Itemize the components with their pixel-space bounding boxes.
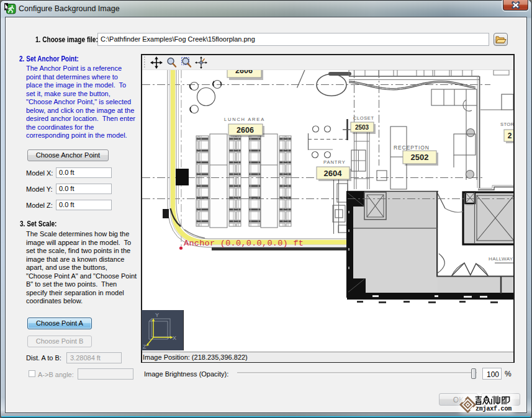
svg-text:2502: 2502 [411,153,429,162]
svg-text:PANTRY: PANTRY [323,159,346,165]
svg-text:2503: 2503 [355,124,369,131]
svg-text:2604: 2604 [324,169,343,178]
svg-text:2: 2 [508,131,512,140]
svg-text:HALLWAY: HALLWAY [489,256,513,262]
svg-text:2606: 2606 [235,70,253,75]
svg-text:Z: Z [143,344,147,350]
svg-text:STOR: STOR [500,122,513,127]
svg-text:RECEPTION: RECEPTION [394,145,430,151]
svg-text:CLOSET: CLOSET [353,115,374,121]
svg-text:Anchor (0.0,0.0,0.0) ft: Anchor (0.0,0.0,0.0) ft [184,239,304,248]
svg-text:X: X [173,335,176,341]
svg-text:Y: Y [155,312,159,318]
svg-text:LUNCH AREA: LUNCH AREA [224,117,265,122]
svg-text:2606: 2606 [237,126,254,135]
